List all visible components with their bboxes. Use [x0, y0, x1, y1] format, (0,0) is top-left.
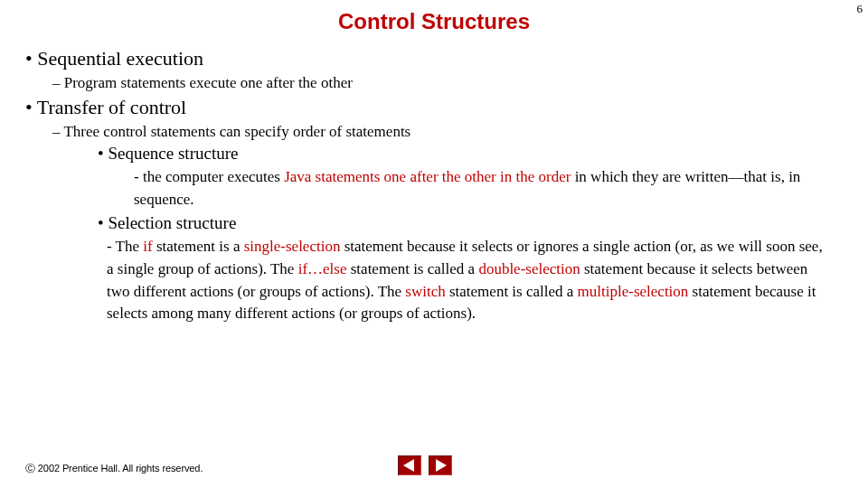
kw-if: if	[143, 238, 152, 255]
bullet-sequence-structure: Sequence structure	[98, 144, 850, 164]
t4: statement is called a	[347, 260, 479, 277]
copyright-text: Ⓒ 2002 Prentice Hall. All rights reserve…	[25, 463, 203, 474]
next-button[interactable]	[429, 455, 452, 475]
bullet-transfer-of-control: Transfer of control	[25, 96, 850, 119]
kw-double-selection: double-selection	[478, 260, 580, 277]
page-number: 6	[857, 2, 863, 16]
text-seq-pre: - the computer executes	[134, 168, 284, 185]
bullet-three-control-statements: Three control statements can specify ord…	[52, 123, 850, 141]
kw-single-selection: single-selection	[244, 238, 341, 255]
slide-title: Control Structures	[0, 9, 868, 34]
footer: Ⓒ 2002 Prentice Hall. All rights reserve…	[25, 459, 843, 475]
kw-if-else: if…else	[298, 260, 347, 277]
bullet-selection-structure: Selection structure	[98, 213, 850, 233]
prev-button[interactable]	[398, 455, 421, 475]
kw-switch: switch	[405, 283, 445, 300]
slide-content: Sequential execution Program statements …	[0, 47, 868, 325]
t1: - The	[107, 238, 143, 255]
kw-multiple-selection: multiple-selection	[578, 283, 689, 300]
text-selection-structure-desc: - The if statement is a single-selection…	[107, 236, 830, 325]
bullet-sequential-execution: Sequential execution	[25, 47, 850, 70]
t6: statement is called a	[446, 283, 578, 300]
text-sequence-structure-desc: - the computer executes Java statements …	[134, 166, 850, 211]
nav-buttons	[396, 455, 454, 479]
t2: statement is a	[153, 238, 244, 255]
text-seq-red: Java statements one after the other in t…	[284, 168, 571, 185]
bullet-sequential-execution-sub: Program statements execute one after the…	[52, 74, 850, 92]
